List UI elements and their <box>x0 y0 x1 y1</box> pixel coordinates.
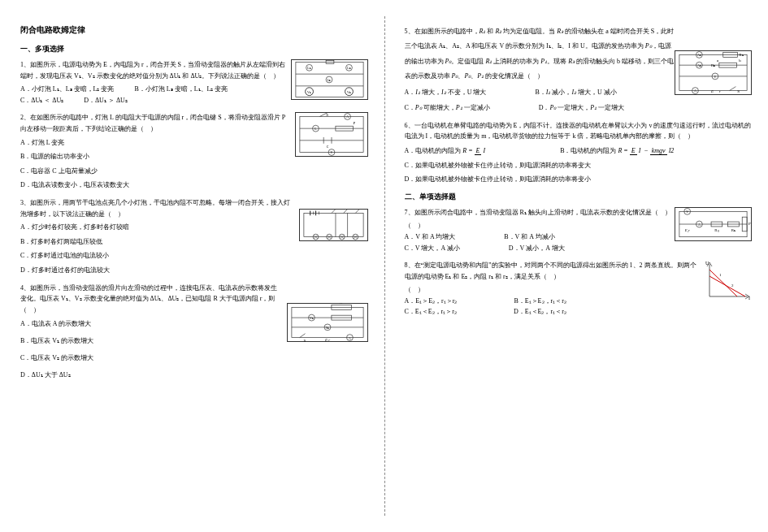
svg-text:L₂: L₂ <box>347 67 350 70</box>
q8-option-a: A．E₁＞E₂，r₁＞r₂ <box>405 296 458 307</box>
svg-text:a: a <box>717 58 719 63</box>
svg-text:I: I <box>748 296 750 301</box>
q1-option-d: D．ΔU₁ ＞ ΔU₂ <box>84 95 128 106</box>
svg-text:R₁: R₁ <box>731 228 735 232</box>
svg-text:L₃: L₃ <box>327 79 330 82</box>
svg-text:E r: E r <box>323 337 329 341</box>
svg-text:A: A <box>698 223 701 227</box>
q8-graph-figure: U I 1 2 <box>703 260 752 301</box>
question-3: 3、如图所示，用两节干电池点亮几个小灯泡，干电池内阻不可忽略。每增一闭合开关，接… <box>20 197 372 276</box>
svg-text:R₁: R₁ <box>739 53 743 57</box>
svg-text:r: r <box>719 89 721 93</box>
question-7-options-row2: C．V 增大，A 减小 D．V 减小，A 增大 <box>405 243 757 254</box>
q2-circuit-figure: A S L P C V <box>295 112 368 157</box>
q6-option-d: D．如果电动机被外物被卡住停止转动，则电源消耗的功率将变小 <box>405 174 757 185</box>
svg-text:L: L <box>315 128 317 131</box>
q4-circuit-figure: R V₁ V₂ S E r A <box>287 303 368 342</box>
q5-r3b: R₃ <box>568 58 575 65</box>
q5-stem-part: 。定值电阻 <box>451 58 485 65</box>
svg-text:L₁: L₁ <box>307 67 310 70</box>
question-8: 8、在“测定电源电动势和内阻”的实验中，对同两个不同的电源得出如图所示的 1、2… <box>405 260 757 318</box>
q6-option-c: C．如果电动机被外物被卡住停止转动，则电源消耗的功率将变大 <box>405 160 757 171</box>
svg-text:R: R <box>340 303 343 305</box>
svg-text:2: 2 <box>731 283 734 288</box>
svg-text:U: U <box>705 261 709 266</box>
document-title: 闭合电路欧姆定律 <box>20 24 372 36</box>
question-7: 7、如图所示闭合电路中，当滑动变阻器 R₁ 触头向上滑动时，电流表示数的变化情况… <box>405 207 757 253</box>
svg-text:R₂: R₂ <box>711 63 715 67</box>
q5-p0: P₀ <box>645 42 652 50</box>
svg-text:E: E <box>710 89 714 93</box>
svg-line-36 <box>343 209 348 213</box>
svg-rect-52 <box>291 307 362 337</box>
svg-rect-67 <box>679 54 747 90</box>
svg-rect-30 <box>303 213 362 236</box>
svg-text:V₂: V₂ <box>325 326 329 329</box>
question-8-options-row2: C．E₁＜E₂，r₁＞r₂ D．E₁＜E₂，r₁＜r₂ <box>405 306 757 318</box>
q3-option-d: D．灯多时通过各灯的电流较大 <box>20 265 372 276</box>
svg-text:A: A <box>694 89 696 93</box>
q5-stem-part: 和 <box>485 28 495 35</box>
q8-option-b: B．E₁＞E₂，r₁＜r₂ <box>514 296 566 307</box>
svg-text:S: S <box>303 338 306 341</box>
q7-option-b: B．V 和 A 均减小 <box>504 231 554 243</box>
question-6-stem: 6、一台电动机在单臂电路的电动势为 E，内阻不计。连接器的电动机在单臂以大小为 … <box>405 120 757 142</box>
svg-text:1: 1 <box>719 273 722 277</box>
question-1: 1、如图所示，电源电动势为 E，内电阻为 r，闭合开关 S，当滑动变阻器的触片从… <box>20 59 372 106</box>
q2-option-c: C．电容器 C 上电荷量减少 <box>20 166 372 177</box>
q1-option-b: B．小灯泡 L₃ 变暗，L₁、L₂ 变亮 <box>134 84 228 95</box>
q5-stem-part: 5、在如图所示的电路中， <box>405 28 479 35</box>
svg-text:S: S <box>326 113 328 117</box>
svg-text:A₂: A₂ <box>697 64 701 67</box>
question-5: 5、在如图所示的电路中，R₁ 和 R₂ 均为定值电阻。当 R₃ 的滑动触头在 a… <box>405 24 757 114</box>
left-column: 闭合电路欧姆定律 一、多项选择 1、如图所示，电源电动势为 E，内电阻为 r，闭… <box>0 0 384 532</box>
q7-circuit-figure: V E,r A R₀ R₁ P <box>675 207 752 241</box>
q8-option-d: D．E₁＜E₂，r₁＜r₂ <box>514 306 566 318</box>
question-6-options-row2: C．如果电动机被外物被卡住停止转动，则电源消耗的功率将变大 D．如果电动机被外物… <box>405 160 757 185</box>
svg-line-106 <box>709 276 745 296</box>
question-6: 6、一台电动机在单臂电路的电动势为 E，内阻不计。连接器的电动机在单臂以大小为 … <box>405 120 757 185</box>
svg-text:P: P <box>748 222 751 226</box>
svg-line-86 <box>730 87 736 91</box>
section-1-heading: 一、多项选择 <box>20 44 372 54</box>
svg-text:A: A <box>349 336 351 340</box>
q4-option-d: D．ΔU₁ 大于 ΔU₂ <box>20 369 372 383</box>
q7-option-c: C．V 增大，A 减小 <box>405 243 460 254</box>
q5-stem-part: 上消耗的功率为 <box>492 58 540 65</box>
question-4: 4、如图所示，当滑动变阻器的滑片向左滑动的过程中，连接电压表、电流表的示数将发生… <box>20 283 372 383</box>
question-6-options-row1: A．电动机的内阻为 R = EI B．电动机的内阻为 R = EI − kmgv… <box>405 145 757 157</box>
q5-p1b: P₁ <box>477 72 484 80</box>
q5-p1: P₁ <box>540 58 547 65</box>
svg-text:C: C <box>326 145 328 149</box>
q2-option-d: D．电流表读数变小，电压表读数变大 <box>20 179 372 191</box>
q5-option-a: A．I₁ 增大，I₂ 不变，U 增大 <box>405 87 487 98</box>
q5-option-d: D．P₀ 一定增大，P₁ 一定增大 <box>539 102 625 114</box>
svg-text:S: S <box>737 89 740 93</box>
q6-option-a: A．电动机的内阻为 R = EI <box>405 145 488 157</box>
q5-r3: R₃ <box>557 28 563 35</box>
svg-text:V₁: V₁ <box>309 317 313 320</box>
svg-text:P: P <box>353 122 355 126</box>
q5-option-c: C．P₀ 可能增大，P₁ 一定减小 <box>405 102 490 114</box>
question-2: 2、在如图所示的电路中，灯泡 L 的电阻大于电源的内阻 r，闭合电键 S，将滑动… <box>20 112 372 191</box>
svg-line-35 <box>332 209 336 213</box>
svg-text:V₂: V₂ <box>347 91 351 94</box>
q1-option-c: C．ΔU₁ ＜ ΔU₂ <box>20 95 63 106</box>
svg-text:V: V <box>330 152 332 155</box>
svg-text:V: V <box>714 76 717 79</box>
svg-text:b: b <box>739 58 741 63</box>
q5-stem-part: 。现将 <box>547 58 568 65</box>
q5-stem-part: 的变化情况是（ ） <box>484 72 544 80</box>
q1-option-a: A．小灯泡 L₁、L₃ 变暗，L₂ 变亮 <box>20 84 114 95</box>
svg-text:V: V <box>686 210 688 214</box>
q8-option-c: C．E₁＜E₂，r₁＞r₂ <box>405 306 457 318</box>
q6-option-b: B．电动机的内阻为 R = EI − kmgvI2 <box>560 145 675 157</box>
q3-option-c: C．灯多时通过电池的电流较小 <box>20 250 372 262</box>
svg-text:E,r: E,r <box>684 228 690 233</box>
svg-text:V₁: V₁ <box>307 91 311 94</box>
q7-option-a: A．V 和 A 均增大 <box>405 231 456 243</box>
svg-line-62 <box>299 333 305 337</box>
q5-circuit-figure: A₁ R₁ A₂ abR₂ V A E r S <box>675 50 752 95</box>
section-2-heading: 二、单项选择题 <box>405 192 757 202</box>
q1-circuit-figure: L₁ L₂ L₃ V₁ V₂ <box>291 59 368 100</box>
